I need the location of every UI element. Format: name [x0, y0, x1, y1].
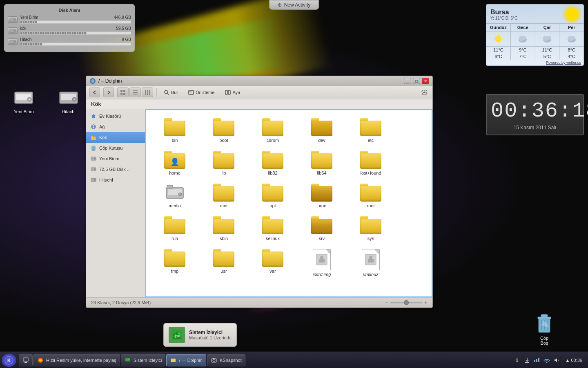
zoom-control: − +	[385, 299, 428, 306]
ev-icon	[90, 113, 97, 119]
file-lib[interactable]: lib	[199, 147, 248, 180]
file-sys[interactable]: sys	[346, 212, 395, 245]
svg-rect-38	[123, 93, 125, 95]
file-initrd[interactable]: initrd.img	[297, 245, 346, 281]
zoom-slider[interactable]	[390, 302, 423, 303]
file-boot[interactable]: boot	[199, 114, 248, 147]
tray-volume-icon[interactable]	[552, 356, 561, 364]
desktop-icon-hitachi[interactable]: Hitachi	[52, 88, 85, 114]
sidebar-item-disk72[interactable]: 72,5 GB Disk ...	[86, 164, 145, 175]
sidebar-item-hitachi[interactable]: Hitachi	[86, 175, 145, 185]
trash-icon[interactable]: ÇöpBoş	[535, 314, 553, 346]
tray-wifi-icon[interactable]	[543, 356, 551, 364]
file-vmlinuz[interactable]: vmlinuz	[346, 245, 395, 281]
weather-icon-3	[559, 31, 584, 46]
preview-icon	[188, 90, 194, 95]
hitachi-icon	[59, 88, 78, 108]
forward-button[interactable]	[103, 88, 114, 97]
file-usr[interactable]: usr	[199, 245, 248, 281]
media-icon	[164, 184, 185, 202]
zoom-in-icon[interactable]: +	[424, 299, 428, 306]
list-view-button[interactable]	[129, 88, 141, 97]
kok-icon	[90, 134, 97, 141]
file-media[interactable]: media	[150, 180, 199, 212]
svg-rect-56	[91, 136, 93, 137]
dolphin-files: bin boot cdrom	[145, 109, 432, 297]
file-srv[interactable]: srv	[297, 212, 346, 245]
taskbar-item-monitor[interactable]	[19, 354, 33, 366]
svg-point-33	[570, 36, 575, 40]
file-cdrom[interactable]: cdrom	[248, 114, 297, 147]
tray-info-icon[interactable]: ℹ	[513, 356, 521, 364]
icon-view-button[interactable]	[117, 88, 129, 97]
file-run[interactable]: run	[150, 212, 199, 245]
folder-icon-etc	[360, 118, 381, 136]
sidebar-item-cop[interactable]: Çöp Kutusu	[86, 143, 145, 153]
split-icon	[225, 90, 231, 95]
preview-button[interactable]: Önizleme	[185, 88, 218, 97]
disk-bar-2	[20, 43, 42, 45]
maximize-button[interactable]: □	[413, 78, 420, 84]
tray-download-icon[interactable]	[523, 356, 531, 364]
sidebar-item-yeni[interactable]: Yeni Birim	[86, 153, 145, 164]
sidebar-item-kok[interactable]: Kök	[86, 132, 145, 143]
file-lostfound[interactable]: lost+found	[346, 147, 395, 180]
dolphin-taskbar-icon	[170, 357, 176, 364]
file-home[interactable]: 👤 home	[150, 147, 199, 180]
settings-button[interactable]	[419, 88, 429, 97]
column-view-button[interactable]	[142, 88, 153, 97]
file-var[interactable]: var	[248, 245, 297, 281]
desktop-icon-yeni-birim[interactable]: Yeni Birim	[7, 88, 40, 114]
taskbar-item-system[interactable]: Sistem İzleyici	[121, 354, 166, 366]
svg-point-65	[94, 179, 96, 181]
file-selinux[interactable]: selinux	[248, 212, 297, 245]
sidebar-item-ag[interactable]: Ağ	[86, 121, 145, 132]
file-tmp[interactable]: tmp	[150, 245, 199, 281]
zoom-out-icon[interactable]: −	[385, 299, 388, 306]
weather-powered-link[interactable]: Powered by wetter.co	[486, 60, 584, 65]
folder-icon-cdrom	[262, 118, 283, 136]
file-dev[interactable]: dev	[297, 114, 346, 147]
file-lib64[interactable]: lib64	[297, 147, 346, 180]
weather-low-2: 5°C	[535, 53, 560, 60]
file-lib32[interactable]: lib32	[248, 147, 297, 180]
split-button[interactable]: Ayır	[221, 88, 244, 97]
file-proc[interactable]: proc	[297, 180, 346, 212]
cop-icon	[90, 145, 97, 151]
folder-icon-tmp	[164, 249, 185, 267]
disk-bar-1	[20, 32, 87, 34]
split-label: Ayır	[232, 90, 240, 95]
dolphin-window: / – Dolphin _ □ ✕	[86, 76, 433, 308]
find-button[interactable]: Bul	[160, 88, 181, 97]
disk-bar-container-0	[20, 20, 131, 24]
minimize-button[interactable]: _	[404, 78, 411, 84]
back-button[interactable]	[89, 88, 100, 97]
folder-icon-lib	[213, 151, 234, 169]
hitachi-sidebar-icon	[90, 177, 97, 183]
taskbar-item-browser[interactable]: Hızlı Resim yükle, internette paylaş	[33, 354, 120, 366]
sidebar-item-ev[interactable]: Ev Klasörü	[86, 111, 145, 121]
svg-point-51	[423, 92, 425, 93]
sidebar-label-ag: Ağ	[99, 124, 105, 129]
file-sbin[interactable]: sbin	[199, 212, 248, 245]
folder-icon-home: 👤	[164, 151, 185, 169]
tray-network-icon[interactable]	[533, 356, 541, 364]
new-activity-button[interactable]: ⊕ New Activity	[269, 0, 319, 10]
taskbar-item-ksnapshot[interactable]: KSnapshot	[207, 354, 245, 366]
start-button[interactable]: K	[2, 354, 16, 367]
file-bin[interactable]: bin	[150, 114, 199, 147]
close-button[interactable]: ✕	[422, 78, 429, 84]
file-etc[interactable]: etc	[346, 114, 395, 147]
file-opt[interactable]: opt	[248, 180, 297, 212]
file-root[interactable]: root	[346, 180, 395, 212]
system-monitor-label: Sistem İzleyici	[134, 358, 162, 363]
svg-rect-94	[538, 358, 539, 362]
taskbar-item-dolphin[interactable]: / — Dolphin	[166, 354, 206, 366]
file-mnt[interactable]: mnt	[199, 180, 248, 212]
disk-widget-title: Disk Alanı	[8, 8, 131, 13]
clock-time: 00:36:18	[491, 99, 579, 123]
disk-bar-container-2	[20, 43, 131, 46]
svg-rect-90	[213, 358, 214, 359]
tooltip-popup: Sistem İzleyici Masaüstü 1 Üzerinde	[163, 323, 237, 347]
svg-rect-43	[147, 90, 148, 95]
